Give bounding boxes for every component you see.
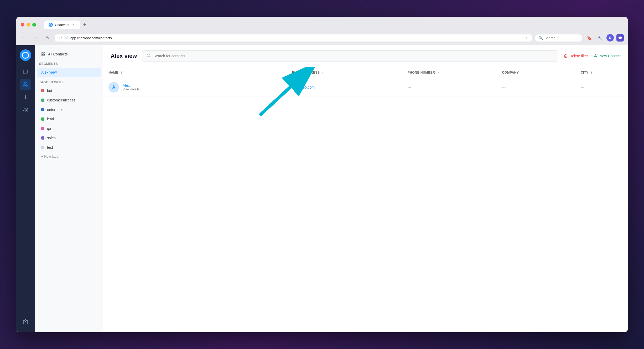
sidebar-icon-conversations[interactable] xyxy=(20,66,31,78)
contacts-header: Alex view Delete filter xyxy=(103,45,628,67)
contacts-table: NAME ⬍ EMAIL ADDRESS ⬍ PHONE NUMBER ⬍ xyxy=(103,67,628,332)
col-header-name[interactable]: NAME ⬍ xyxy=(103,67,287,78)
page-title: Alex view xyxy=(111,53,137,59)
sort-icon-company: ⬍ xyxy=(521,71,523,74)
tab-title: Chatwoot xyxy=(55,23,69,27)
close-window-button[interactable] xyxy=(21,23,24,27)
sidebar-icon-reports[interactable] xyxy=(20,91,31,103)
sidebar-label-qa[interactable]: qa xyxy=(37,124,101,133)
search-icon: 🔍 xyxy=(539,36,543,40)
segments-heading: Segments xyxy=(35,59,103,67)
svg-rect-9 xyxy=(44,53,45,54)
sidebar-segment-alexview[interactable]: Alex view xyxy=(37,68,101,77)
sort-icon-phone: ⬍ xyxy=(437,71,439,74)
forward-button[interactable]: → xyxy=(32,34,40,42)
col-header-city[interactable]: CITY ⬍ xyxy=(575,67,628,78)
sidebar-label-lead[interactable]: lead xyxy=(37,115,101,124)
tab-bar: Chatwoot × + xyxy=(44,20,88,29)
svg-marker-6 xyxy=(23,108,25,112)
label-name-test: test xyxy=(47,145,53,150)
sidebar-nav: All Contacts Segments Alex view Tagged w… xyxy=(35,45,103,332)
fullscreen-window-button[interactable] xyxy=(32,23,36,27)
label-name-customersuccess: customersuccess xyxy=(47,98,75,102)
new-label-label: + New label xyxy=(41,155,59,158)
col-header-phone[interactable]: PHONE NUMBER ⬍ xyxy=(402,67,497,78)
segment-label: Alex view xyxy=(41,70,57,74)
new-contact-label: New Contact xyxy=(600,54,621,58)
sidebar-icon-contacts[interactable] xyxy=(20,79,31,90)
label-name-lead: lead xyxy=(47,117,54,121)
contact-view-details[interactable]: View details xyxy=(123,88,139,91)
all-contacts-link[interactable]: All Contacts xyxy=(37,49,101,59)
sort-icon-name: ⬍ xyxy=(120,71,123,74)
label-name-qa: qa xyxy=(47,126,51,131)
tab-close-button[interactable]: × xyxy=(71,23,76,27)
contacts-search-bar[interactable] xyxy=(142,50,558,61)
browser-search-label: Search xyxy=(544,36,555,40)
svg-point-0 xyxy=(50,24,52,26)
svg-rect-8 xyxy=(42,53,43,54)
col-header-email[interactable]: EMAIL ADDRESS ⬍ xyxy=(287,67,402,78)
svg-rect-11 xyxy=(42,54,43,56)
label-name-enterprice: enterprice xyxy=(47,107,63,112)
label-dot-qa xyxy=(41,127,44,130)
label-name-sales: sales xyxy=(47,136,56,140)
contact-company: --- xyxy=(502,85,506,89)
delete-filter-label: Delete filter xyxy=(569,54,588,58)
label-dot-test xyxy=(41,146,44,149)
sidebar-label-enterprice[interactable]: enterprice xyxy=(37,105,101,114)
label-dot-enterprice xyxy=(41,108,44,111)
sidebar-label-sales[interactable]: sales xyxy=(37,134,101,142)
sidebar-label-customersuccess[interactable]: customersuccess xyxy=(37,96,101,105)
extension-icon[interactable] xyxy=(616,34,624,42)
delete-filter-button[interactable]: Delete filter xyxy=(564,54,588,58)
svg-marker-1 xyxy=(619,36,622,39)
contact-phone: --- xyxy=(408,85,411,89)
new-contact-button[interactable]: New Contact xyxy=(593,54,621,58)
label-dot-bot xyxy=(41,89,44,92)
sidebar-icon-settings[interactable] xyxy=(20,316,31,328)
traffic-lights xyxy=(21,23,36,27)
contact-email[interactable]: alex@oo.com xyxy=(292,85,315,89)
svg-point-12 xyxy=(147,54,150,57)
sidebar-icon-campaigns[interactable] xyxy=(20,104,31,116)
user-avatar-toolbar[interactable]: S xyxy=(606,34,614,42)
label-dot-customersuccess xyxy=(41,99,44,102)
sidebar-label-bot[interactable]: bot xyxy=(37,86,101,95)
sidebar-label-test[interactable]: test xyxy=(37,143,101,152)
wrench-icon[interactable]: 🔧 xyxy=(596,34,604,42)
all-contacts-label: All Contacts xyxy=(48,52,68,56)
search-icon xyxy=(147,53,151,59)
svg-rect-10 xyxy=(44,54,45,56)
label-dot-sales xyxy=(41,136,44,140)
label-name-bot: bot xyxy=(47,89,52,93)
back-button[interactable]: ← xyxy=(20,34,29,42)
tab-favicon xyxy=(49,23,53,27)
app-logo[interactable] xyxy=(20,49,31,61)
minimize-window-button[interactable] xyxy=(27,23,30,27)
sidebar-icons xyxy=(16,45,35,332)
svg-point-7 xyxy=(25,321,26,323)
annotation-arrow xyxy=(103,67,628,332)
contact-name[interactable]: Alex xyxy=(123,83,139,88)
sort-icon-email: ⬍ xyxy=(322,71,324,74)
tagged-with-heading: Tagged with xyxy=(35,77,103,86)
new-tab-button[interactable]: + xyxy=(81,21,88,28)
svg-point-14 xyxy=(595,54,596,56)
address-bar[interactable]: 🛡 📄 app.chatwoot.com/contacts ☆ xyxy=(55,34,532,42)
bookmark-icon[interactable]: 🔖 xyxy=(585,34,593,42)
table-row: A Alex View details alex@oo.com xyxy=(103,78,628,96)
active-tab[interactable]: Chatwoot × xyxy=(44,20,80,29)
col-header-company[interactable]: COMPANY ⬍ xyxy=(497,67,575,78)
contact-city: --- xyxy=(581,85,584,89)
search-input[interactable] xyxy=(153,54,554,58)
contact-avatar: A xyxy=(108,82,119,93)
new-label-button[interactable]: + New label xyxy=(37,152,101,161)
refresh-button[interactable]: ↻ xyxy=(43,34,52,42)
browser-search[interactable]: 🔍 Search xyxy=(535,34,582,42)
label-dot-lead xyxy=(41,117,44,121)
svg-point-2 xyxy=(24,83,26,84)
sort-icon-city: ⬍ xyxy=(590,71,593,74)
svg-line-13 xyxy=(149,56,150,57)
